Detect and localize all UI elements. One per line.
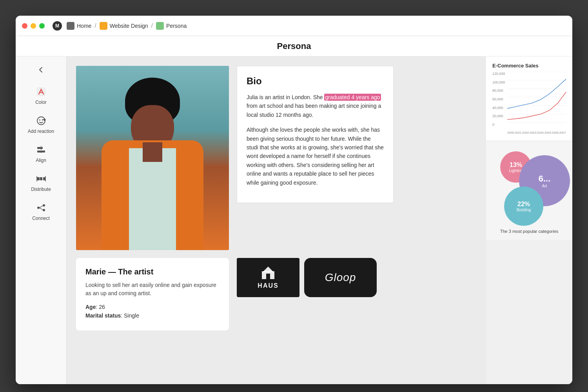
sidebar-back-button[interactable] bbox=[16, 63, 66, 77]
pie-card: 13% Lighting 6... Art 22% Bedding The 3 … bbox=[486, 141, 572, 240]
x-label-2: 2002 bbox=[522, 131, 529, 134]
logos-row: HAUS Gloop bbox=[237, 258, 377, 330]
breadcrumb-home-label: Home bbox=[77, 23, 91, 29]
add-reaction-icon bbox=[35, 114, 47, 127]
breadcrumb-website-design[interactable]: Website Design bbox=[100, 22, 148, 30]
breadcrumb-sep-2: / bbox=[151, 22, 153, 29]
chart-card: E-Commerce Sales 120,000 100,000 80,000 … bbox=[486, 56, 572, 141]
y-label-4: 40,000 bbox=[492, 106, 507, 110]
traffic-lights bbox=[22, 23, 45, 29]
info-marital-status: Marital status: Single bbox=[85, 312, 220, 319]
website-design-breadcrumb-icon bbox=[100, 22, 107, 30]
bio-title: Bio bbox=[247, 76, 384, 87]
home-breadcrumb-icon bbox=[67, 22, 74, 30]
chart-svg bbox=[507, 72, 566, 123]
svg-rect-11 bbox=[40, 177, 42, 180]
color-label: Color bbox=[35, 100, 47, 105]
chart-area: 120,000 100,000 80,000 60,000 40,000 20,… bbox=[492, 72, 566, 134]
chart-title: E-Commerce Sales bbox=[492, 63, 566, 69]
breadcrumb-home[interactable]: Home bbox=[67, 22, 91, 30]
main-content: Bio Julia is an artist in London. She gr… bbox=[67, 56, 486, 384]
svg-line-18 bbox=[40, 206, 43, 208]
svg-point-3 bbox=[39, 120, 40, 121]
svg-rect-10 bbox=[37, 177, 40, 180]
info-age-label: Age bbox=[85, 304, 96, 310]
photo-shirt bbox=[129, 148, 176, 250]
sidebar: Color Add reaction bbox=[16, 56, 67, 384]
svg-rect-12 bbox=[43, 177, 45, 180]
sidebar-tool-connect[interactable]: Connect bbox=[16, 198, 66, 225]
svg-point-15 bbox=[37, 207, 40, 209]
bio-p1-before: Julia is an artist in London. She bbox=[247, 94, 324, 100]
bubble-bedding: 22% Bedding bbox=[504, 187, 543, 226]
breadcrumb-persona[interactable]: Persona bbox=[156, 22, 187, 30]
distribute-icon bbox=[35, 172, 47, 185]
y-label-1: 100,000 bbox=[492, 80, 507, 84]
align-label: Align bbox=[36, 158, 46, 163]
bio-paragraph-2: Although she loves the people she works … bbox=[247, 125, 384, 187]
svg-point-17 bbox=[43, 209, 45, 211]
bio-card: Bio Julia is an artist in London. She gr… bbox=[237, 66, 394, 203]
breadcrumb-sep-1: / bbox=[94, 22, 96, 29]
page-title: Persona bbox=[277, 41, 311, 51]
breadcrumb: Home / Website Design / Persona bbox=[67, 22, 187, 30]
connect-icon bbox=[35, 201, 47, 214]
sidebar-tool-color[interactable]: Color bbox=[16, 82, 66, 109]
x-label-4: 2004 bbox=[537, 131, 544, 134]
persona-breadcrumb-icon bbox=[156, 22, 164, 30]
y-label-3: 60,000 bbox=[492, 97, 507, 101]
titlebar: M Home / Website Design / Persona bbox=[16, 16, 572, 36]
pie-footer: The 3 most popular categories bbox=[492, 229, 566, 234]
page-title-bar: Persona bbox=[16, 36, 572, 56]
photo-neck bbox=[143, 142, 162, 162]
x-label-0: 2000 bbox=[507, 131, 514, 134]
minimize-button[interactable] bbox=[31, 23, 36, 29]
svg-point-16 bbox=[43, 204, 45, 207]
chart-x-labels: 2000 2001 2002 2003 2004 2005 2006 2007 bbox=[507, 131, 566, 134]
x-label-6: 2006 bbox=[552, 131, 559, 134]
haus-logo-text: HAUS bbox=[258, 282, 278, 289]
x-label-3: 2003 bbox=[530, 131, 537, 134]
color-icon bbox=[35, 85, 47, 98]
breadcrumb-persona-label: Persona bbox=[166, 23, 187, 29]
breadcrumb-website-design-label: Website Design bbox=[110, 23, 148, 29]
add-reaction-label: Add reaction bbox=[28, 129, 54, 134]
photo-card bbox=[76, 66, 229, 250]
gloop-logo-card: Gloop bbox=[304, 258, 377, 297]
back-icon bbox=[37, 66, 45, 74]
main-window: M Home / Website Design / Persona Person… bbox=[16, 16, 572, 384]
info-marital-value: Single bbox=[124, 312, 139, 319]
maximize-button[interactable] bbox=[39, 23, 45, 29]
info-marital-label: Marital status bbox=[85, 312, 121, 319]
y-label-0: 120,000 bbox=[492, 72, 507, 76]
sidebar-tool-add-reaction[interactable]: Add reaction bbox=[16, 111, 66, 138]
info-title: Marie — The artist bbox=[85, 267, 220, 276]
bubble-bedding-pct: 22% bbox=[517, 201, 530, 208]
connect-label: Connect bbox=[32, 216, 50, 221]
info-age: Age: 26 bbox=[85, 304, 220, 310]
bio-p1-highlight: graduated 4 years ago bbox=[324, 94, 381, 101]
svg-marker-21 bbox=[263, 267, 274, 272]
bubble-art-pct: 6... bbox=[539, 174, 551, 184]
chart-y-labels: 120,000 100,000 80,000 60,000 40,000 20,… bbox=[492, 72, 507, 127]
bubble-lighting-pct: 13% bbox=[510, 162, 522, 169]
bio-paragraph-1: Julia is an artist in London. She gradua… bbox=[247, 93, 384, 119]
photo-placeholder bbox=[76, 66, 229, 250]
haus-logo-card: HAUS bbox=[237, 258, 299, 297]
close-button[interactable] bbox=[22, 23, 27, 29]
pie-chart-container: 13% Lighting 6... Art 22% Bedding bbox=[492, 147, 566, 226]
x-label-5: 2005 bbox=[544, 131, 551, 134]
bubble-art-label: Art bbox=[542, 184, 547, 188]
right-panel: E-Commerce Sales 120,000 100,000 80,000 … bbox=[486, 56, 572, 384]
bubble-bedding-label: Bedding bbox=[517, 208, 531, 212]
sidebar-tool-distribute[interactable]: Distribute bbox=[16, 169, 66, 196]
sidebar-tool-align[interactable]: Align bbox=[16, 140, 66, 167]
x-label-1: 2001 bbox=[515, 131, 522, 134]
app-icon: M bbox=[53, 21, 62, 31]
svg-line-19 bbox=[40, 208, 43, 210]
align-icon bbox=[35, 143, 47, 156]
svg-rect-7 bbox=[37, 147, 43, 149]
y-label-6: 0 bbox=[492, 123, 507, 127]
x-label-7: 2007 bbox=[559, 131, 566, 134]
y-label-2: 80,000 bbox=[492, 89, 507, 93]
